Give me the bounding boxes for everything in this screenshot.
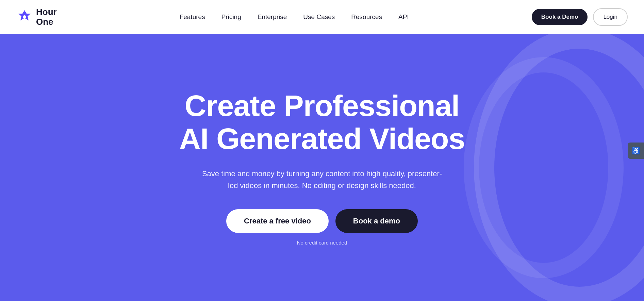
login-button[interactable]: Login [593, 8, 628, 26]
nav-resources[interactable]: Resources [351, 13, 382, 21]
book-demo-button[interactable]: Book a Demo [532, 9, 588, 25]
nav-enterprise[interactable]: Enterprise [258, 13, 287, 21]
hero-title: Create Professional AI Generated Videos [179, 89, 465, 155]
navbar: Hour One Features Pricing Enterprise Use… [0, 0, 644, 34]
hero-section: Create Professional AI Generated Videos … [0, 34, 644, 301]
logo-icon [16, 9, 33, 25]
nav-links: Features Pricing Enterprise Use Cases Re… [180, 13, 409, 21]
nav-features[interactable]: Features [180, 13, 205, 21]
nav-api[interactable]: API [398, 13, 409, 21]
hero-title-line1: Create Professional [185, 89, 460, 122]
hero-title-line2: AI Generated Videos [179, 122, 465, 155]
hero-buttons: Create a free video Book a demo [179, 209, 465, 233]
logo-text-line2: One [36, 17, 57, 27]
hero-subtitle: Save time and money by turning any conte… [200, 168, 445, 191]
logo[interactable]: Hour One [16, 7, 57, 27]
nav-actions: Book a Demo Login [532, 8, 628, 26]
book-demo-hero-button[interactable]: Book a demo [335, 209, 418, 233]
accessibility-button[interactable]: ♿ [628, 143, 644, 159]
create-free-video-button[interactable]: Create a free video [226, 209, 329, 233]
no-credit-card-text: No credit card needed [179, 240, 465, 246]
accessibility-icon: ♿ [632, 147, 640, 155]
svg-point-0 [23, 15, 26, 19]
hero-content: Create Professional AI Generated Videos … [172, 76, 472, 259]
nav-use-cases[interactable]: Use Cases [303, 13, 335, 21]
nav-pricing[interactable]: Pricing [221, 13, 241, 21]
logo-text: Hour [36, 7, 57, 17]
